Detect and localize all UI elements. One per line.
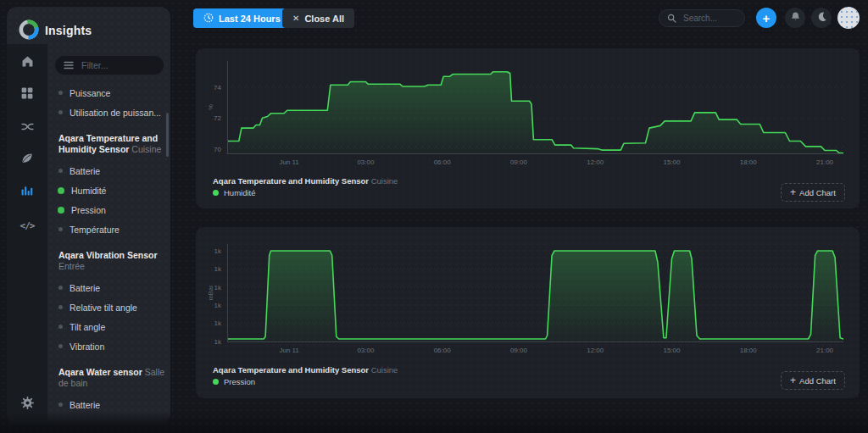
- y-tick-label: 1k: [196, 247, 221, 255]
- chart-panel-humidity: Aqara Temperature and Humidity Sensor Cu…: [196, 48, 860, 208]
- notifications-button[interactable]: [785, 8, 805, 28]
- legend-dot: [213, 379, 219, 385]
- close-all-label: Close All: [304, 14, 344, 24]
- x-tick-label: 18:00: [732, 347, 765, 354]
- entity-row[interactable]: Pression: [58, 200, 170, 219]
- x-tick-label: 21:00: [808, 158, 842, 166]
- sidebar-panel: Insights </> PuissanceUtilisation de pui…: [7, 7, 170, 424]
- y-tick-label: 1k: [196, 265, 221, 273]
- app-title: Insights: [45, 24, 92, 37]
- legend-label: Humidité: [224, 188, 256, 197]
- plot-area[interactable]: [227, 244, 843, 342]
- y-tick-label: 1k: [196, 319, 221, 327]
- time-range-button[interactable]: Last 24 Hours: [193, 8, 291, 28]
- entity-row[interactable]: Tilt angle: [58, 317, 170, 336]
- add-chart-button[interactable]: + Add Chart: [781, 371, 845, 390]
- entity-row[interactable]: Batterie: [58, 161, 170, 180]
- device-location: Cuisine: [371, 176, 398, 186]
- entity-label: Température: [70, 225, 120, 235]
- plus-icon: +: [790, 187, 796, 197]
- device-header: Aqara Water sensor Salle de bain: [58, 367, 170, 388]
- code-icon: </>: [20, 220, 35, 231]
- legend: Humidité: [213, 187, 256, 197]
- chart-panel-pressure: Aqara Temperature and Humidity Sensor Cu…: [196, 227, 860, 398]
- entity-label: Humidité: [71, 186, 106, 196]
- leaf-icon: [20, 152, 34, 169]
- rail-item-dashboards[interactable]: [7, 82, 47, 108]
- entity-row[interactable]: Puissance: [58, 83, 170, 103]
- theme-toggle-button[interactable]: [811, 8, 832, 28]
- entity-row[interactable]: Batterie: [58, 278, 170, 297]
- y-tick-label: 70: [196, 146, 221, 153]
- close-all-button[interactable]: ✕ Close All: [282, 8, 354, 28]
- app-logo-icon: [18, 19, 40, 41]
- x-tick-label: 12:00: [578, 158, 612, 166]
- entity-label: Tilt angle: [70, 322, 105, 332]
- page: Insights </> PuissanceUtilisation de pui…: [0, 0, 868, 433]
- bar-chart-icon: [20, 184, 34, 201]
- x-tick-label: 09:00: [502, 158, 536, 166]
- entity-row[interactable]: Relative tilt angle: [58, 297, 170, 317]
- entity-row[interactable]: Batterie: [58, 395, 170, 414]
- x-tick-label: 21:00: [808, 347, 842, 354]
- rail-item-developer[interactable]: </>: [7, 213, 47, 238]
- x-tick-label: 15:00: [654, 158, 688, 166]
- add-chart-button[interactable]: + Add Chart: [781, 183, 845, 202]
- shuffle-icon: [20, 119, 35, 137]
- x-tick-label: Jun 11: [272, 347, 306, 354]
- entity-label: Batterie: [70, 166, 100, 176]
- chart-canvas[interactable]: [227, 61, 843, 154]
- close-icon: ✕: [292, 14, 299, 23]
- inactive-entity-dot: [58, 110, 63, 114]
- inactive-entity-dot: [58, 325, 63, 329]
- x-tick-label: 15:00: [654, 347, 688, 354]
- entity-row[interactable]: Température: [58, 219, 170, 239]
- search-icon: [667, 11, 676, 26]
- x-tick-label: 12:00: [578, 347, 612, 354]
- entity-label: Relative tilt angle: [70, 303, 137, 313]
- entity-label: Batterie: [70, 400, 100, 410]
- x-tick-label: 18:00: [732, 158, 765, 166]
- rail-item-settings[interactable]: [7, 391, 47, 417]
- inactive-entity-dot: [58, 305, 63, 309]
- filter-input[interactable]: [80, 59, 154, 71]
- y-axis-unit: %: [207, 96, 214, 119]
- x-tick-label: 06:00: [426, 158, 459, 166]
- filter-icon: [64, 58, 74, 73]
- rail-item-insights[interactable]: [7, 180, 47, 205]
- device-header: Aqara Vibration Sensor Entrée: [58, 250, 170, 271]
- search-input[interactable]: [682, 13, 737, 24]
- sidebar-scrollbar[interactable]: [166, 113, 169, 157]
- x-tick-label: 09:00: [502, 347, 536, 354]
- chart-canvas[interactable]: [227, 244, 843, 342]
- plus-icon: +: [790, 375, 796, 386]
- entity-label: Utilisation de puissan...: [70, 108, 161, 118]
- entity-row[interactable]: Utilisation de puissan...: [58, 103, 170, 122]
- rail-item-home[interactable]: [7, 50, 47, 75]
- entity-label: Batterie: [70, 283, 100, 293]
- chart-device-title: Aqara Temperature and Humidity Sensor Cu…: [213, 176, 398, 186]
- home-icon: [20, 54, 35, 72]
- x-tick-label: 03:00: [348, 158, 382, 166]
- avatar[interactable]: [837, 7, 860, 29]
- device-name: Aqara Temperature and Humidity Sensor: [213, 365, 369, 375]
- search-box: [659, 9, 745, 27]
- inactive-entity-dot: [58, 227, 63, 231]
- active-entity-dot: [58, 187, 64, 194]
- legend: Pression: [213, 376, 255, 386]
- chart-device-title: Aqara Temperature and Humidity Sensor Cu…: [213, 365, 398, 375]
- device-location: Cuisine: [371, 365, 398, 375]
- inactive-entity-dot: [58, 286, 63, 290]
- rail-item-energy[interactable]: [7, 147, 47, 173]
- add-button[interactable]: +: [756, 8, 776, 28]
- entity-list: PuissanceUtilisation de puissan...Aqara …: [47, 78, 170, 424]
- clock-icon: [203, 13, 214, 25]
- plot-area[interactable]: [227, 61, 843, 154]
- x-tick-label: 06:00: [426, 347, 459, 354]
- device-name: Aqara Temperature and Humidity Sensor: [213, 176, 369, 186]
- rail-item-flows[interactable]: [7, 115, 47, 141]
- entity-row[interactable]: Humidité: [58, 180, 170, 200]
- entity-label: Puissance: [70, 88, 110, 98]
- inactive-entity-dot: [58, 402, 63, 407]
- entity-row[interactable]: Vibration: [58, 336, 170, 356]
